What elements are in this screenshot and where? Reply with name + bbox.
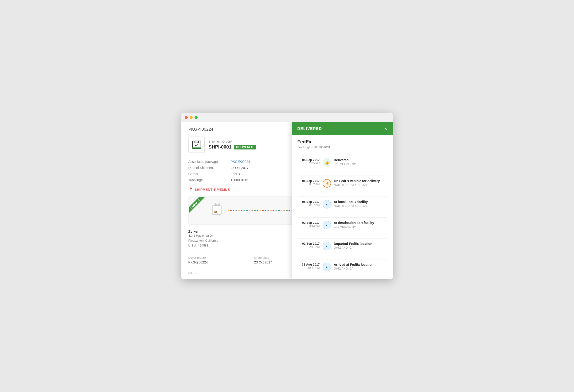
right-panel: DELIVERED × FedEx Tracking# - 1000001001… — [292, 122, 393, 279]
order-detail-item: Buyer order#PKG@00224 — [188, 256, 254, 264]
timeline-date: 05 Sep 2017 — [297, 158, 320, 162]
timeline-time: 2:41 AM — [297, 245, 320, 249]
timeline-icon-col: ▲ — [323, 200, 331, 214]
timeline-dot: ✦ — [235, 209, 237, 212]
field-label: Date of Shipment — [188, 165, 231, 171]
tracking-number: Tracking# - 1000001001 — [297, 145, 387, 149]
timeline-event: On FedEx vehicle for delivery — [334, 179, 387, 183]
timeline-dot: ✦ — [275, 209, 277, 212]
timeline-dot: ✦ — [251, 209, 253, 212]
timeline-item: 02 Sep 20172:41 AM▲Departed FedEx locati… — [297, 239, 387, 259]
timeline-item: 02 Sep 20173:44 AM▲At destination sort f… — [297, 218, 387, 239]
timeline-location: NORTH LAS VEGAS, NV — [334, 183, 387, 186]
timeline-date-col: 05 Sep 20178:07 AM — [297, 200, 320, 207]
timeline-dot — [262, 210, 264, 211]
field-label: Associated packages — [188, 159, 231, 165]
timeline-location: NORTH LAS VEGAS, NV — [334, 204, 387, 207]
timeline-event-icon: ▲ — [323, 263, 331, 271]
shipment-info-header: Shipment Order# SHPI-0001 DELIVERED — [209, 140, 256, 150]
status-badge: DELIVERED — [234, 145, 256, 149]
timeline-time: 10:17 PM — [297, 266, 320, 269]
timeline-dot: ✦ — [267, 209, 269, 212]
timeline-date: 31 Aug 2017 — [297, 263, 320, 266]
timeline-icon-col: ▲ — [323, 221, 331, 235]
panel-header: DELIVERED × — [292, 122, 393, 135]
timeline-dot — [246, 210, 248, 211]
timeline-event-icon: ▲ — [323, 242, 331, 250]
shipment-order-row: SHPI-0001 DELIVERED — [209, 144, 256, 150]
timeline-icon-col: H — [323, 179, 331, 193]
timeline-event-icon: ▲ — [323, 200, 331, 208]
timeline-event: Arrived at FedEx location — [334, 263, 387, 267]
timeline-dot — [233, 210, 234, 211]
timeline-item: 05 Sep 20178:52 AMHOn FedEx vehicle for … — [297, 176, 387, 197]
timeline-item: 05 Sep 20172:05 PM👍DeliveredLAS VEGAS, N… — [297, 155, 387, 176]
window-body: PKG@00224 Shipment Order# SHPI-0001 DELI… — [181, 122, 393, 279]
timeline-dot — [270, 210, 272, 211]
timeline-content-col: Departed FedEx locationOAKLAND, CA — [334, 242, 387, 249]
timeline-dot: ✦ — [227, 209, 229, 212]
timeline-dot — [257, 210, 258, 211]
maximize-button[interactable] — [195, 116, 198, 119]
timeline-content-col: Arrived at FedEx locationOAKLAND, CA — [334, 263, 387, 270]
timeline-dot: ✦ — [243, 209, 245, 212]
close-panel-button[interactable]: × — [384, 126, 387, 131]
main-window: PKG@00224 Shipment Order# SHPI-0001 DELI… — [181, 113, 393, 279]
timeline-dot — [241, 210, 242, 211]
timeline-dot — [254, 210, 256, 211]
carrier-name: FedEx — [297, 139, 387, 144]
timeline-connector — [327, 230, 327, 235]
shipment-icon — [188, 137, 205, 153]
pin-icon: 📍 — [188, 187, 193, 192]
timeline-location: LAS VEGAS, NV — [334, 162, 387, 166]
timeline-event: At local FedEx facility — [334, 200, 387, 204]
timeline-time: 8:52 AM — [297, 183, 320, 186]
field-label: Carrier — [188, 171, 231, 177]
timeline-location: OAKLAND, CA — [334, 267, 387, 270]
timeline-content-col: On FedEx vehicle for deliveryNORTH LAS V… — [334, 179, 387, 186]
timeline-icon-col: ▲ — [323, 263, 331, 277]
close-button[interactable] — [185, 116, 188, 119]
timeline-item: 31 Aug 201710:17 PM▲Arrived at FedEx loc… — [297, 259, 387, 279]
timeline-event: Departed FedEx location — [334, 242, 387, 246]
timeline-connector — [327, 272, 327, 277]
timeline-link-label: SHIPMENT TIMELINE — [195, 188, 230, 191]
svg-marker-5 — [215, 203, 220, 206]
timeline-content-col: At destination sort facilityLAS VEGAS, N… — [334, 221, 387, 228]
timeline-location: OAKLAND, CA — [334, 246, 387, 249]
shipment-order-label: Shipment Order# — [209, 140, 256, 143]
timeline-date: 02 Sep 2017 — [297, 221, 320, 225]
titlebar — [181, 113, 393, 122]
timeline-dot — [265, 210, 266, 211]
timeline-date: 05 Sep 2017 — [297, 200, 320, 204]
timeline-content-col: DeliveredLAS VEGAS, NV — [334, 158, 387, 166]
delivered-ribbon: Delivered — [189, 197, 212, 220]
timeline-dot — [272, 210, 274, 211]
timeline-connector — [327, 167, 327, 172]
shipment-id: SHPI-0001 — [209, 144, 232, 150]
carrier-info: FedEx Tracking# - 1000001001 — [292, 135, 393, 153]
timeline-connector — [327, 251, 327, 256]
minimize-button[interactable] — [190, 116, 193, 119]
order-detail-value: PKG@00224 — [188, 260, 254, 264]
order-detail-label: Buyer order# — [188, 256, 254, 259]
svg-rect-1 — [192, 147, 201, 148]
timeline-dot — [286, 210, 287, 211]
timeline-dot — [281, 210, 282, 211]
timeline-date-col: 02 Sep 20172:41 AM — [297, 242, 320, 249]
timeline-dot: ✦ — [259, 209, 261, 212]
timeline-event: At destination sort facility — [334, 221, 387, 225]
timeline-time: 2:05 PM — [297, 162, 320, 165]
timeline-location: LAS VEGAS, NV — [334, 225, 387, 228]
field-label: Tracking# — [188, 177, 231, 183]
timeline-dot — [238, 210, 240, 211]
timeline-connector — [327, 209, 327, 214]
timeline-dot: ✦ — [283, 209, 285, 212]
timeline-date-col: 02 Sep 20173:44 AM — [297, 221, 320, 228]
timeline-item: 05 Sep 20178:07 AM▲At local FedEx facili… — [297, 197, 387, 218]
star-small: ★ — [216, 211, 219, 215]
timeline-date-col: 05 Sep 20178:52 AM — [297, 179, 320, 186]
timeline-dot — [248, 210, 250, 211]
panel-title: DELIVERED — [297, 127, 322, 131]
timeline-connector — [327, 188, 327, 193]
